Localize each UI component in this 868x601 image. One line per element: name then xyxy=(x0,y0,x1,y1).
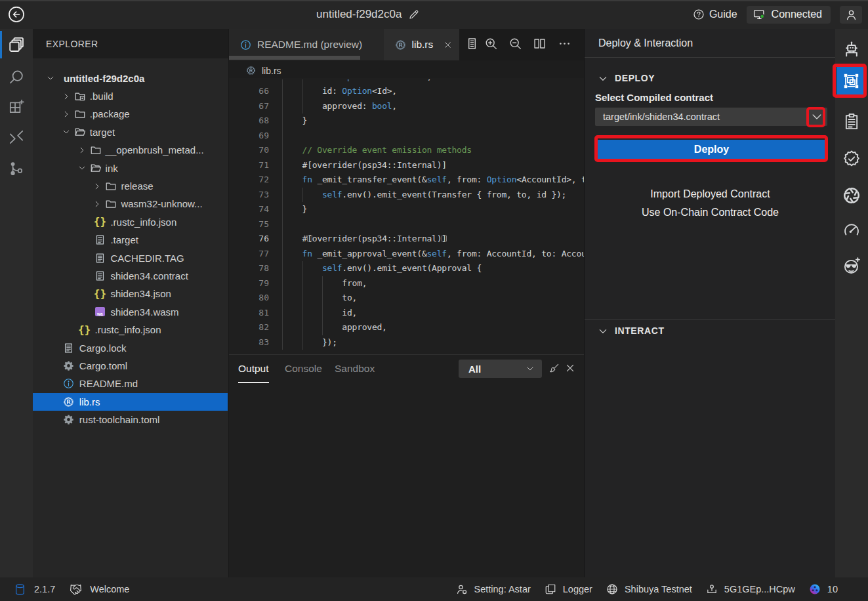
code-line-73[interactable]: 73 self.env().emit_event(Transfer { from… xyxy=(229,188,584,203)
clear-output-button[interactable] xyxy=(548,362,560,374)
code-editor[interactable]: 65 to: Option<AccountId>,66 id: Option<I… xyxy=(229,79,584,354)
code-line-74[interactable]: 74 } xyxy=(229,202,584,217)
code-line-83[interactable]: 83 }); xyxy=(229,335,584,350)
more-actions-button[interactable] xyxy=(558,37,571,51)
close-panel-button[interactable] xyxy=(564,362,576,374)
code-line-78[interactable]: 78 self.env().emit_event(Approval { xyxy=(229,261,584,276)
panel-tab-label: Sandbox xyxy=(335,363,375,375)
code-line-80[interactable]: 80 to, xyxy=(229,291,584,306)
code-line-71[interactable]: 71 #[overrider(psp34::Internal)] xyxy=(229,158,584,173)
panel-tab-output[interactable]: Output xyxy=(238,355,269,383)
guide-button[interactable]: Guide xyxy=(693,9,737,20)
code-line-66[interactable]: 66 id: Option<Id>, xyxy=(229,84,584,99)
code-line-75[interactable]: 75 xyxy=(229,217,584,232)
tree-item--target[interactable]: .target xyxy=(33,231,228,249)
import-contract-link[interactable]: Import Deployed Contract xyxy=(585,188,836,200)
tree-item-wasm32-unknow-[interactable]: wasm32-unknow... xyxy=(33,195,228,213)
connected-status[interactable]: Connected xyxy=(747,6,831,24)
tree-item-cargo-toml[interactable]: Cargo.toml xyxy=(33,357,228,375)
status-setting-astar[interactable]: Setting: Astar xyxy=(456,583,531,595)
edit-title-icon[interactable] xyxy=(408,9,420,20)
zoom-in-button[interactable] xyxy=(484,37,498,51)
tree-item-cachedir-tag[interactable]: CACHEDIR.TAG xyxy=(33,249,228,266)
chevron-right-icon xyxy=(93,199,102,209)
status-5g1gep-hcpw[interactable]: 5G1GEp...HCpw xyxy=(706,583,795,595)
code-line-67[interactable]: 67 approved: bool, xyxy=(229,99,584,114)
panel-tab-sandbox[interactable]: Sandbox xyxy=(335,355,375,383)
activity-item-verify[interactable] xyxy=(842,150,861,168)
activity-item-ai-scan[interactable] xyxy=(842,257,861,275)
code-line-81[interactable]: 81 id, xyxy=(229,306,584,321)
tree-item-ink[interactable]: ink xyxy=(33,159,228,176)
tree-item--openbrush-metad-[interactable]: __openbrush_metad... xyxy=(33,141,228,159)
activity-item-collapse[interactable] xyxy=(0,122,33,152)
status-welcome[interactable]: Welcome xyxy=(70,583,129,596)
activity-item-extensions[interactable] xyxy=(0,92,33,122)
code-line-76[interactable]: 76 #[overrider(psp34::Internal)] xyxy=(229,232,584,247)
interact-section-header[interactable]: INTERACT xyxy=(585,324,835,337)
icon-svg xyxy=(90,144,102,156)
status-10[interactable]: 10 xyxy=(809,583,838,595)
tree-item--rustc-info-json[interactable]: {}.rustc_info.json xyxy=(33,213,228,231)
code-line-79[interactable]: 79 from, xyxy=(229,276,584,291)
status-2-1-7[interactable]: 2.1.7 xyxy=(14,583,55,596)
onchain-contract-link[interactable]: Use On-Chain Contract Code xyxy=(585,207,836,218)
code-line-72[interactable]: 72 fn _emit_transfer_event(&self, from: … xyxy=(229,173,584,188)
tree-item--build[interactable]: .build xyxy=(33,87,228,105)
icon-svg xyxy=(94,270,106,281)
code-token-keyword: bool xyxy=(372,101,392,111)
code-token-keyword: fn xyxy=(302,249,312,259)
status-shibuya-testnet[interactable]: Shibuya Testnet xyxy=(606,583,692,595)
close-tab-icon[interactable] xyxy=(443,40,453,50)
code-line-69[interactable]: 69 xyxy=(229,129,584,144)
activity-item-source-control[interactable] xyxy=(0,154,33,184)
code-line-68[interactable]: 68 } xyxy=(229,114,584,129)
tree-item-shiden34-wasm[interactable]: washiden34.wasm xyxy=(33,303,228,321)
log-filter-select[interactable]: All xyxy=(459,360,542,378)
tree-item--rustc-info-json[interactable]: {}.rustc_info.json xyxy=(33,321,228,339)
editor-tab-lib-rs[interactable]: lib.rs xyxy=(384,29,460,60)
output-log-button[interactable] xyxy=(465,37,479,51)
tree-item-lib-rs[interactable]: lib.rs xyxy=(33,393,228,411)
status-logger[interactable]: Logger xyxy=(545,583,592,595)
line-number: 82 xyxy=(229,320,269,335)
icon-svg xyxy=(598,326,608,337)
activity-item-audit[interactable] xyxy=(842,112,861,131)
icon-svg xyxy=(693,9,705,20)
activity-item-chatgpt[interactable] xyxy=(842,186,861,205)
code-line-77[interactable]: 77 fn _emit_approval_event(&self, from: … xyxy=(229,247,584,262)
tree-item-rust-toolchain-toml[interactable]: rust-toolchain.toml xyxy=(33,411,228,428)
deploy-section-header[interactable]: DEPLOY xyxy=(585,72,835,85)
breadcrumb[interactable]: lib.rs xyxy=(229,60,584,78)
tree-item-cargo-lock[interactable]: Cargo.lock xyxy=(33,339,228,356)
tabbar-scrollbar[interactable] xyxy=(229,56,360,60)
tree-item-target[interactable]: target xyxy=(33,123,228,141)
deploy-button[interactable]: Deploy xyxy=(598,140,826,159)
activity-item-search[interactable] xyxy=(0,62,33,93)
code-line-content: fn _emit_transfer_event(&self, from: Opt… xyxy=(282,173,584,188)
contract-select[interactable]: target/ink/shiden34.contract xyxy=(595,108,827,126)
code-line-65[interactable]: 65 to: Option<AccountId>, xyxy=(229,79,584,84)
tree-item-release[interactable]: release xyxy=(33,177,228,195)
tree-item-readme-md[interactable]: README.md xyxy=(33,375,228,392)
code-token-keyword: self xyxy=(427,249,447,259)
split-editor-button[interactable] xyxy=(533,37,547,51)
tree-item-shiden34-contract[interactable]: shiden34.contract xyxy=(33,267,228,285)
activity-item-explorer[interactable] xyxy=(0,30,33,60)
panel-tab-console[interactable]: Console xyxy=(285,355,322,383)
info-icon xyxy=(63,379,75,389)
activity-item-deploy-interaction[interactable] xyxy=(837,66,865,95)
tree-item--package[interactable]: .package xyxy=(33,105,228,123)
tree-item-shiden34-json[interactable]: {}shiden34.json xyxy=(33,285,228,302)
activity-item-gas-meter[interactable] xyxy=(842,221,861,239)
chevron-down-icon xyxy=(598,73,608,83)
icon-svg xyxy=(842,186,861,205)
tree-item-untitled-f29d2c0a[interactable]: untitled-f29d2c0a xyxy=(33,70,228,87)
activity-item-ai-bot[interactable] xyxy=(842,40,861,58)
zoom-out-button[interactable] xyxy=(508,37,522,51)
icon-svg xyxy=(8,6,25,23)
account-button[interactable] xyxy=(840,6,862,24)
code-line-82[interactable]: 82 approved, xyxy=(229,320,584,335)
back-button[interactable] xyxy=(8,6,25,23)
code-line-70[interactable]: 70 // Override event emission methods xyxy=(229,143,584,158)
